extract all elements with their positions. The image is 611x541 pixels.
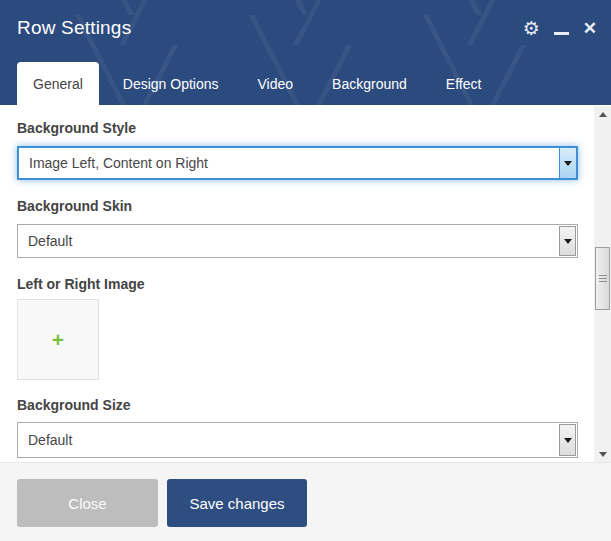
dialog-footer: Close Save changes [0,462,611,541]
vertical-scrollbar[interactable] [594,106,611,462]
tab-general[interactable]: General [17,62,99,105]
scroll-up-button[interactable] [594,106,611,122]
close-button[interactable]: Close [17,479,158,527]
dialog-header: Row Settings ⚙ ✕ General Design Options … [0,0,611,105]
chevron-down-icon [564,438,572,443]
header-icons: ⚙ ✕ [523,16,597,40]
close-icon[interactable]: ✕ [583,20,597,37]
tab-effect[interactable]: Effect [430,62,498,105]
dropdown-arrow-button[interactable] [559,424,576,456]
tab-design-options[interactable]: Design Options [107,62,235,105]
minimize-bar [554,32,569,35]
background-style-label: Background Style [17,120,136,136]
dropdown-arrow-button[interactable] [559,148,576,178]
add-image-icon: + [52,329,64,350]
image-upload-tile[interactable]: + [17,299,99,380]
background-style-value: Image Left, Content on Right [19,155,559,171]
chevron-down-icon [564,161,572,166]
background-skin-label: Background Skin [17,198,132,214]
scroll-down-icon [599,452,607,457]
scroll-up-icon [599,112,607,117]
save-changes-button[interactable]: Save changes [167,479,307,527]
scrollbar-thumb[interactable] [595,247,610,310]
background-skin-select[interactable]: Default [17,224,578,258]
scrollbar-grip [599,275,607,283]
tab-video[interactable]: Video [242,62,310,105]
gear-icon[interactable]: ⚙ [523,19,540,38]
background-size-value: Default [18,432,558,448]
dialog-title: Row Settings [17,17,131,39]
minimize-icon[interactable] [554,22,569,35]
background-skin-value: Default [18,233,558,249]
tab-bar: General Design Options Video Background … [17,62,504,105]
background-size-select[interactable]: Default [17,422,578,458]
row-settings-dialog: Row Settings ⚙ ✕ General Design Options … [0,0,611,541]
background-size-label: Background Size [17,397,131,413]
chevron-down-icon [564,239,572,244]
scroll-down-button[interactable] [594,446,611,462]
dropdown-arrow-button[interactable] [559,226,576,256]
tab-background[interactable]: Background [316,62,423,105]
settings-panel: Background Style Image Left, Content on … [0,105,594,462]
background-style-select[interactable]: Image Left, Content on Right [17,146,578,180]
left-right-image-label: Left or Right Image [17,276,145,292]
